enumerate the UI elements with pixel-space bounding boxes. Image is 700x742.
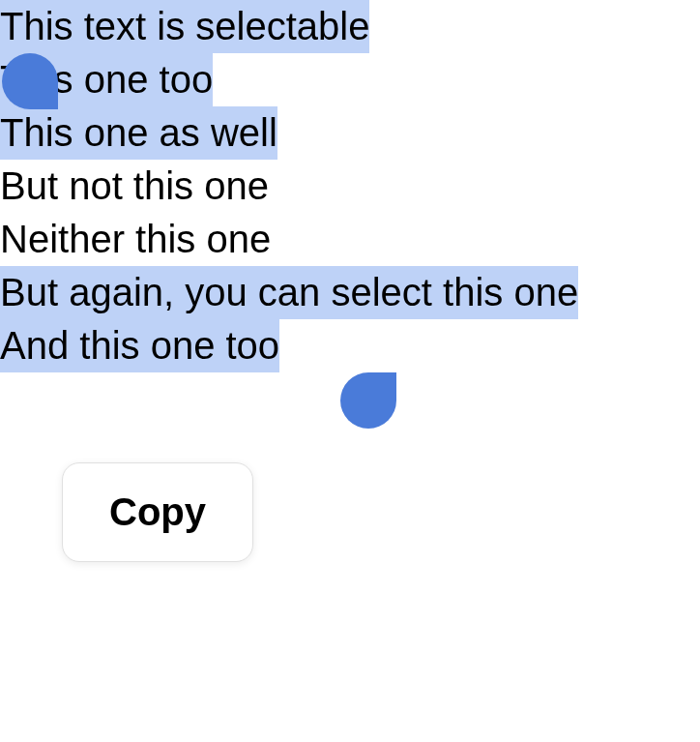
context-menu: Copy <box>62 462 253 562</box>
text-line-1[interactable]: This text is selectable <box>0 0 369 53</box>
text-container: This text is selectable This one too Thi… <box>0 0 700 372</box>
selection-handle-end-icon[interactable] <box>340 372 396 429</box>
text-line-7[interactable]: And this one too <box>0 319 279 372</box>
selection-handle-start-icon[interactable] <box>2 53 58 109</box>
text-line-3[interactable]: This one as well <box>0 106 277 160</box>
copy-button[interactable]: Copy <box>109 490 206 533</box>
text-line-4[interactable]: But not this one <box>0 160 269 213</box>
text-line-6[interactable]: But again, you can select this one <box>0 266 578 319</box>
text-line-5[interactable]: Neither this one <box>0 213 271 266</box>
